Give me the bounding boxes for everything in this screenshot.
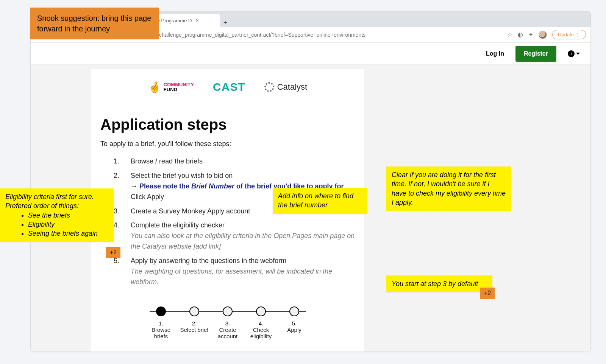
cf-logo-bottom: FUND xyxy=(164,87,177,92)
step-text: Browse / read the briefs xyxy=(131,156,355,167)
annotation-yellow-left: Eligibility criteria first for sure. Pre… xyxy=(0,188,114,242)
annotation-badge-left: +2 xyxy=(106,247,120,258)
progress-label: Check eligibility xyxy=(244,327,278,339)
moon-icon[interactable]: ◐ xyxy=(518,31,523,38)
progress-number: 5. xyxy=(292,320,297,327)
annotation-line: Prefered order of things: xyxy=(5,201,108,210)
step-italic: The weighting of questions, for assessme… xyxy=(131,268,332,286)
intro-text: To apply to a brief, you'll follow these… xyxy=(100,140,355,148)
progress-dot xyxy=(223,306,233,316)
crossed-fingers-icon: 🤞 xyxy=(148,81,161,93)
page-title: Application steps xyxy=(100,116,355,133)
progress-number: 2. xyxy=(192,320,197,327)
progress-label: Create account xyxy=(211,327,244,339)
step-item: 5. Apply by answering to the questions i… xyxy=(112,256,355,288)
step-number: 1. xyxy=(112,156,119,167)
annotation-yellow-mid: Add info on where to find the brief numb… xyxy=(273,188,367,214)
progress-number: 1. xyxy=(159,320,164,327)
login-link[interactable]: Log In xyxy=(486,50,504,57)
progress-dot xyxy=(256,306,266,316)
progress-node: 2.Select brief xyxy=(178,306,211,339)
cast-logo: CAST xyxy=(213,81,245,93)
progress-number: 3. xyxy=(225,320,230,327)
step-subtext: Click Apply xyxy=(131,193,164,201)
annotation-line: Eligibility criteria first for sure. xyxy=(5,192,108,201)
progress-dot xyxy=(289,306,299,316)
progress-number: 4. xyxy=(259,320,264,327)
new-tab-button[interactable]: + xyxy=(220,19,231,27)
annotation-yellow-right-top: Clear if you are doing it for the first … xyxy=(386,166,511,211)
address-bar-icons: ☆ ◐ ✦ Update ⋮ xyxy=(507,30,586,39)
annotation-yellow-right-bottom: You start at step 3 by default xyxy=(386,275,492,292)
catalyst-swirl-icon xyxy=(264,82,274,92)
annotation-bullet: See the briefs xyxy=(28,211,108,220)
chevron-down-icon xyxy=(576,53,580,55)
progress-tracker: 1.Browse briefs2.Select brief3.Create ac… xyxy=(100,306,355,339)
info-dropdown[interactable]: i xyxy=(568,50,580,57)
step-number: 5. xyxy=(112,256,119,288)
register-button[interactable]: Register xyxy=(515,46,556,62)
catalyst-label: Catalyst xyxy=(277,82,307,92)
catalyst-logo: Catalyst xyxy=(264,82,307,92)
step-text: Complete the eligibility checker You can… xyxy=(131,220,355,252)
step-item: 1. Browse / read the briefs xyxy=(112,156,355,167)
progress-dot xyxy=(189,306,199,316)
annotation-bullet: Eligibility xyxy=(28,220,108,229)
site-header: Log In Register i xyxy=(31,43,590,65)
update-label: Update xyxy=(558,32,574,37)
progress-node: 5.Apply xyxy=(278,306,311,339)
close-icon[interactable]: × xyxy=(195,17,198,23)
update-button[interactable]: Update ⋮ xyxy=(552,30,586,39)
annotation-badge-right: +2 xyxy=(480,288,495,299)
profile-avatar[interactable] xyxy=(539,31,547,39)
star-icon[interactable]: ☆ xyxy=(507,31,512,38)
step-italic: You can also look at the eligibility cri… xyxy=(131,232,355,250)
annotation-bullet: Seeing the briefs again xyxy=(28,229,108,238)
kebab-icon: ⋮ xyxy=(575,32,580,37)
step-text: Apply by answering to the questions in t… xyxy=(131,256,355,288)
step-item: 4. Complete the eligibility checker You … xyxy=(112,220,355,252)
url-field[interactable]: ector_challenge_programme_digital_partne… xyxy=(144,32,502,38)
logo-row: 🤞 COMMUNITY FUND CAST Catalyst xyxy=(100,81,355,93)
extensions-icon[interactable]: ✦ xyxy=(528,31,533,38)
progress-node: 3.Create account xyxy=(211,306,244,339)
progress-dot xyxy=(156,306,166,316)
annotation-orange-top: Snook suggestion: bring this page forwar… xyxy=(30,8,159,39)
community-fund-logo: 🤞 COMMUNITY FUND xyxy=(148,81,194,93)
progress-node: 4.Check eligibility xyxy=(244,306,278,339)
info-icon: i xyxy=(568,50,575,57)
steps-list: 1. Browse / read the briefs 2. Select th… xyxy=(100,156,355,288)
progress-label: Apply xyxy=(287,327,301,333)
progress-node: 1.Browse briefs xyxy=(144,306,178,339)
progress-label: Select brief xyxy=(180,327,208,333)
progress-label: Browse briefs xyxy=(144,327,178,339)
